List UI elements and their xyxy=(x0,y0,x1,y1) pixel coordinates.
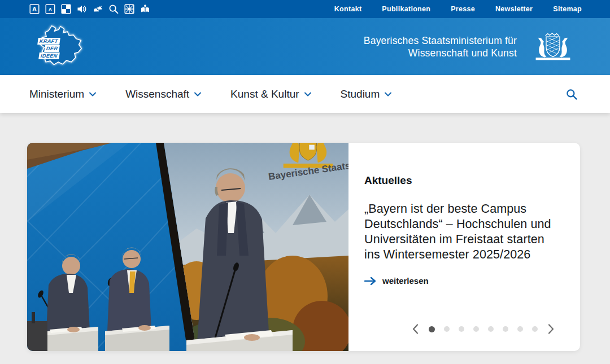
carousel-dot[interactable] xyxy=(459,326,464,332)
carousel-dots xyxy=(429,326,538,332)
news-headline[interactable]: „Bayern ist der beste Campus Deutschland… xyxy=(364,201,555,262)
accessibility-toolbar: A A xyxy=(29,4,150,14)
nav-item-label: Kunst & Kultur xyxy=(230,88,299,100)
font-smaller-icon[interactable]: A xyxy=(45,4,55,14)
logo-word: IDEEN xyxy=(39,52,60,59)
logo-claim: KRAFT DER IDEEN xyxy=(32,38,59,59)
carousel-dot[interactable] xyxy=(488,326,494,332)
chevron-left-icon xyxy=(412,324,419,334)
nav-item-kunst-kultur[interactable]: Kunst & Kultur xyxy=(230,88,311,100)
nav-item-wissenschaft[interactable]: Wissenschaft xyxy=(125,88,201,100)
easy-language-icon[interactable] xyxy=(140,4,150,14)
sign-language-icon[interactable] xyxy=(93,4,103,14)
svg-text:A: A xyxy=(32,6,37,12)
nav-item-label: Ministerium xyxy=(29,88,84,100)
nav-item-ministerium[interactable]: Ministerium xyxy=(29,88,96,100)
carousel-dot[interactable] xyxy=(517,326,523,332)
carousel-prev-button[interactable] xyxy=(411,324,420,334)
read-more-link[interactable]: weiterlesen xyxy=(364,276,557,286)
meta-link-publikationen[interactable]: Publikationen xyxy=(382,5,430,13)
news-photo[interactable]: Bayerische Staatsregierung xyxy=(27,143,348,351)
chevron-down-icon xyxy=(194,92,201,97)
nav-item-label: Wissenschaft xyxy=(125,88,189,100)
bavaria-coat-of-arms-icon xyxy=(527,30,579,63)
main-nav-items: Ministerium Wissenschaft Kunst & Kultur … xyxy=(29,88,391,100)
logo-word: KRAFT xyxy=(37,38,60,45)
chevron-right-icon xyxy=(548,324,554,334)
chevron-down-icon xyxy=(304,92,311,97)
nav-item-label: Studium xyxy=(341,88,380,100)
top-utility-bar: A A xyxy=(0,0,610,18)
font-larger-icon[interactable]: A xyxy=(29,4,40,14)
logo-word: DER xyxy=(44,45,60,52)
site-header: KRAFT DER IDEEN Bayerisches Staatsminist… xyxy=(0,18,610,75)
ministry-name-line1: Bayerisches Staatsministerium für xyxy=(364,34,517,47)
meta-link-kontakt[interactable]: Kontakt xyxy=(334,5,362,13)
carousel-dot[interactable] xyxy=(444,326,450,332)
bavaria-logo[interactable]: KRAFT DER IDEEN xyxy=(31,23,90,71)
arrow-right-icon xyxy=(364,277,377,285)
meta-link-newsletter[interactable]: Newsletter xyxy=(495,5,533,13)
read-more-label: weiterlesen xyxy=(382,276,429,286)
svg-text:A: A xyxy=(49,7,52,12)
carousel-next-button[interactable] xyxy=(547,324,555,334)
section-title: Aktuelles xyxy=(364,174,557,187)
meta-link-sitemap[interactable]: Sitemap xyxy=(553,5,582,13)
carousel-dot[interactable] xyxy=(503,326,508,332)
carousel-dot[interactable] xyxy=(532,326,538,332)
contrast-icon[interactable] xyxy=(61,4,71,14)
ministry-name-line2: Wissenschaft und Kunst xyxy=(364,47,517,59)
carousel-controls xyxy=(364,324,557,342)
carousel-dot[interactable] xyxy=(429,326,435,332)
english-language-icon[interactable] xyxy=(124,4,134,14)
news-panel: Aktuelles „Bayern ist der beste Campus D… xyxy=(348,143,580,351)
meta-nav: Kontakt Publikationen Presse Newsletter … xyxy=(334,5,582,13)
nav-item-studium[interactable]: Studium xyxy=(341,88,392,100)
ministry-name: Bayerisches Staatsministerium für Wissen… xyxy=(364,34,527,59)
main-nav: Ministerium Wissenschaft Kunst & Kultur … xyxy=(0,75,610,113)
chevron-down-icon xyxy=(385,92,391,97)
meta-link-presse[interactable]: Presse xyxy=(451,5,475,13)
news-carousel-card: Bayerische Staatsregierung xyxy=(27,143,580,351)
search-icon[interactable] xyxy=(108,4,119,14)
search-icon xyxy=(566,89,577,100)
search-button[interactable] xyxy=(566,89,577,100)
chevron-down-icon xyxy=(89,92,96,97)
read-aloud-icon[interactable] xyxy=(77,4,87,14)
press-conference-photo: Bayerische Staatsregierung xyxy=(27,143,348,351)
carousel-dot[interactable] xyxy=(473,326,479,332)
page-main: Bayerische Staatsregierung xyxy=(0,113,610,351)
